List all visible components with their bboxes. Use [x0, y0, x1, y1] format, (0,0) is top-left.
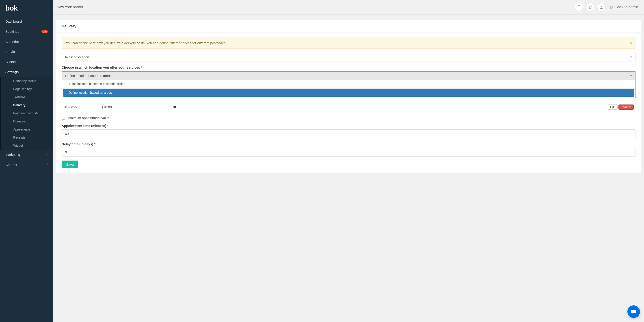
close-icon[interactable]: ×: [630, 41, 632, 45]
nav-settings[interactable]: Settings ⌄: [0, 67, 53, 77]
subnav-page-settings[interactable]: Page settings: [1, 85, 53, 93]
back-label: Back to admin: [616, 5, 638, 9]
location-type-select[interactable]: In client location: [62, 53, 636, 62]
dropdown-option-areas[interactable]: Define location based on areas: [63, 89, 634, 97]
delay-time-input[interactable]: [62, 148, 636, 157]
subnav-company-profile[interactable]: Company profile: [1, 77, 53, 85]
settings-subnav: Company profile Page settings TAX/VAT De…: [0, 77, 53, 150]
nav-marketing[interactable]: Marketing ‹: [0, 150, 53, 160]
nav-bookings[interactable]: Bookings 30: [0, 27, 53, 37]
nav-content[interactable]: Content ‹: [0, 160, 53, 170]
subnav-delivery[interactable]: Delivery: [1, 101, 53, 109]
select-value: Define location based on areas: [65, 74, 112, 78]
area-row: New york $10.00 ✖ - Edit Remove: [62, 102, 636, 112]
sidebar: bok Dashboard Bookings 30 Calendar Servi…: [0, 0, 53, 322]
page-title: Delivery: [56, 20, 641, 33]
user-icon-button[interactable]: [597, 3, 606, 12]
mobile-icon-button[interactable]: [575, 3, 583, 12]
nav-label: Bookings: [6, 30, 19, 34]
nav-label: Settings: [6, 70, 18, 74]
nav-dashboard[interactable]: Dashboard: [0, 16, 53, 27]
area-name: New york: [64, 105, 102, 109]
svg-point-5: [601, 6, 602, 7]
subnav-payment-methods[interactable]: Payment methods: [1, 109, 53, 117]
choose-location-label: Choose in which location you offer your …: [62, 66, 636, 69]
appointment-time-label: Appointment time (minutes) *: [62, 124, 636, 128]
caret-down-icon: [630, 57, 632, 58]
dropdown-option-postcodes[interactable]: Define location based on postcodes/citie…: [62, 80, 635, 88]
nav-label: Clients: [6, 60, 16, 64]
delay-time-label: Delay time (in days) *: [62, 142, 636, 146]
nav-calendar[interactable]: Calendar: [0, 37, 53, 47]
nav-services[interactable]: Services: [0, 47, 53, 57]
logo: bok: [0, 0, 53, 16]
dropdown-menu: Define location based on postcodes/citie…: [62, 80, 635, 97]
mobile-icon: [578, 6, 580, 9]
min-appointment-row: Minimum appointment value: [62, 116, 636, 120]
nav-label: Dashboard: [6, 20, 22, 23]
signout-icon: [610, 6, 614, 9]
min-appointment-checkbox[interactable]: [62, 116, 65, 120]
delivery-card: Delivery You can define here how you dea…: [56, 20, 641, 173]
location-dropdown[interactable]: New York barber: [57, 5, 86, 9]
appointment-time-input[interactable]: [62, 129, 636, 138]
alert-text: You can define here how you deal with de…: [66, 41, 226, 45]
location-name: New York barber: [57, 5, 83, 9]
define-location-select[interactable]: Define location based on areas: [62, 72, 635, 80]
min-appointment-label: Minimum appointment value: [68, 116, 110, 120]
info-alert: You can define here how you deal with de…: [62, 37, 636, 49]
globe-icon-button[interactable]: [586, 3, 594, 12]
user-icon: [600, 6, 603, 9]
save-button[interactable]: Save: [62, 161, 78, 168]
area-dash: -: [222, 105, 608, 109]
subnav-domains[interactable]: Domains: [1, 117, 53, 125]
bookings-badge: 30: [42, 30, 48, 34]
nav-clients[interactable]: Clients: [0, 57, 53, 67]
globe-icon: [588, 6, 592, 9]
chat-widget[interactable]: [628, 305, 640, 318]
location-definition-dropdown: Define location based on areas Define lo…: [62, 71, 636, 98]
chevron-down-icon: ⌄: [46, 71, 48, 73]
nav-label: Content: [6, 163, 17, 167]
remove-icon[interactable]: ✖: [173, 105, 222, 109]
chevron-left-icon: ‹: [47, 163, 48, 166]
select-value: In client location: [65, 55, 89, 59]
remove-button[interactable]: Remove: [618, 105, 634, 110]
chevron-left-icon: ‹: [47, 153, 48, 156]
subnav-appearance[interactable]: Appearance: [1, 125, 53, 133]
nav-label: Marketing: [6, 153, 20, 157]
header-actions: Back to admin: [575, 3, 638, 12]
svg-point-1: [579, 8, 579, 9]
subnav-tax-vat[interactable]: TAX/VAT: [1, 93, 53, 101]
caret-down-icon: [630, 75, 632, 76]
caret-down-icon: [84, 7, 86, 8]
subnav-receipts[interactable]: Receipts: [1, 133, 53, 142]
chat-icon: [630, 308, 637, 315]
back-to-admin-link[interactable]: Back to admin: [610, 5, 638, 9]
nav-label: Calendar: [6, 40, 19, 44]
subnav-widget[interactable]: Widget: [1, 142, 53, 150]
edit-button[interactable]: Edit: [608, 105, 617, 110]
nav-label: Services: [6, 50, 18, 54]
header: New York barber Back to admin: [53, 0, 644, 15]
area-price: $10.00: [102, 105, 173, 109]
